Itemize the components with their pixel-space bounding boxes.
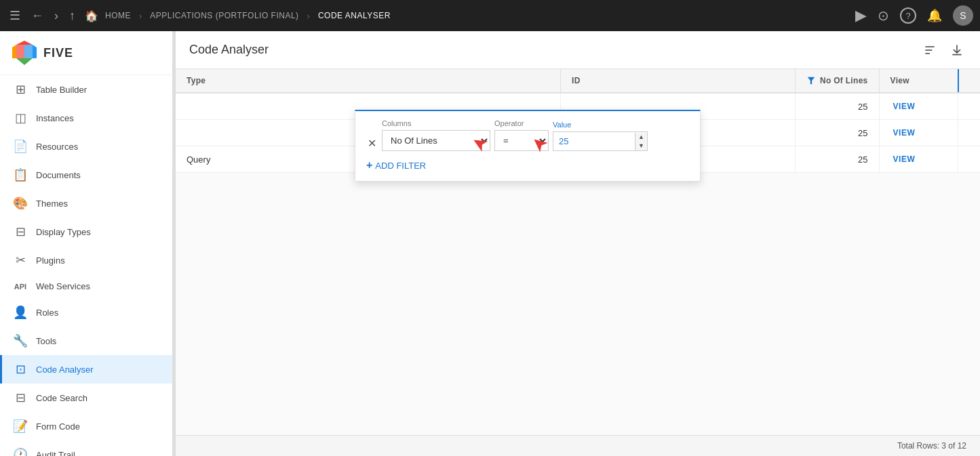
- form-code-icon: 📝: [13, 419, 28, 434]
- table-container[interactable]: Type ID No Of Lines: [176, 69, 980, 435]
- breadcrumb-home[interactable]: HOME: [105, 11, 131, 20]
- filter-operator-select[interactable]: = != > <: [494, 130, 549, 151]
- forward-icon[interactable]: ›: [52, 6, 61, 26]
- column-header-nolines[interactable]: No Of Lines: [795, 69, 879, 93]
- header-actions: [920, 41, 966, 60]
- sidebar-item-label: Display Types: [36, 227, 91, 237]
- cell-view-3: VIEW: [879, 146, 958, 173]
- cell-view-1: VIEW: [879, 93, 958, 120]
- sidebar-item-form-code[interactable]: 📝 Form Code: [0, 412, 172, 440]
- table-header-row: Type ID No Of Lines: [176, 69, 980, 93]
- code-analyser-icon: ⊡: [13, 362, 28, 377]
- filter-columns-select[interactable]: No Of Lines Type ID: [382, 130, 490, 151]
- sidebar-item-web-services[interactable]: API Web Services: [0, 274, 172, 298]
- sidebar-item-label: Documents: [36, 170, 81, 180]
- view-button-2[interactable]: VIEW: [890, 127, 918, 139]
- sidebar-item-label: Table Builder: [36, 85, 87, 95]
- separator-1: ›: [139, 11, 142, 21]
- filter-active-icon: [806, 76, 816, 85]
- sidebar-item-code-analyser[interactable]: ⊡ Code Analyser: [0, 355, 172, 384]
- cell-view-2: VIEW: [879, 120, 958, 146]
- sidebar-item-label: Instances: [36, 113, 74, 123]
- sidebar-item-code-search[interactable]: ⊟ Code Search: [0, 384, 172, 412]
- column-header-type[interactable]: Type: [176, 69, 561, 93]
- themes-icon: 🎨: [13, 196, 28, 211]
- back-icon[interactable]: ←: [28, 6, 46, 26]
- sidebar-item-instances[interactable]: ◫ Instances: [0, 104, 172, 132]
- sidebar-item-audit-trail[interactable]: 🕐 Audit Trail: [0, 440, 172, 456]
- filter-value-input[interactable]: [553, 132, 635, 150]
- avatar[interactable]: S: [953, 5, 973, 26]
- sidebar: FIVE ⊞ Table Builder ◫ Instances 📄 Resou…: [0, 31, 173, 456]
- sidebar-item-themes[interactable]: 🎨 Themes: [0, 189, 172, 217]
- main-layout: FIVE ⊞ Table Builder ◫ Instances 📄 Resou…: [0, 0, 980, 456]
- cell-nolines-2: 25: [795, 120, 879, 146]
- filter-columns-wrapper: Columns No Of Lines Type ID: [382, 119, 490, 151]
- up-icon[interactable]: ↑: [66, 6, 78, 26]
- sidebar-item-display-types[interactable]: ⊟ Display Types: [0, 217, 172, 246]
- resources-icon: 📄: [13, 139, 28, 154]
- column-header-marker: [958, 69, 981, 93]
- home-icon[interactable]: 🏠: [85, 9, 98, 22]
- operator-label: Operator: [494, 119, 549, 127]
- code-search-icon: ⊟: [13, 390, 28, 405]
- svg-marker-6: [24, 45, 33, 58]
- add-filter-label: ADD FILTER: [375, 161, 426, 171]
- web-services-icon: API: [13, 283, 28, 291]
- add-filter-button[interactable]: + ADD FILTER: [366, 158, 426, 173]
- plus-icon: +: [366, 159, 372, 171]
- bell-icon[interactable]: 🔔: [927, 8, 942, 23]
- help-icon[interactable]: ?: [900, 7, 916, 24]
- filter-operator-wrapper: Operator = != > <: [494, 119, 549, 151]
- sidebar-item-label: Tools: [36, 336, 56, 346]
- page-header: Code Analyser: [176, 31, 980, 69]
- sidebar-item-documents[interactable]: 📋 Documents: [0, 161, 172, 189]
- add-filter-wrapper: + ADD FILTER: [366, 158, 689, 173]
- sidebar-item-tools[interactable]: 🔧 Tools: [0, 327, 172, 355]
- breadcrumb-applications[interactable]: APPLICATIONS (PORTFOLIO FINAL): [150, 11, 298, 20]
- top-navigation: ☰ ← › ↑ 🏠 HOME › APPLICATIONS (PORTFOLIO…: [0, 0, 980, 31]
- filter-button[interactable]: [920, 41, 939, 60]
- sidebar-item-roles[interactable]: 👤 Roles: [0, 298, 172, 327]
- cell-nolines-3: 25: [795, 146, 879, 173]
- search-circle-icon[interactable]: ⊙: [878, 7, 889, 24]
- column-header-id[interactable]: ID: [561, 69, 796, 93]
- sidebar-item-table-builder[interactable]: ⊞ Table Builder: [0, 75, 172, 104]
- spinner-up[interactable]: ▲: [635, 133, 647, 142]
- plugins-icon: ✂: [13, 253, 28, 268]
- display-types-icon: ⊟: [13, 224, 28, 239]
- value-label: Value: [553, 121, 648, 129]
- filter-value-container: ▲ ▼: [553, 131, 648, 151]
- sidebar-item-resources[interactable]: 📄 Resources: [0, 132, 172, 161]
- sidebar-item-label: Plugins: [36, 255, 65, 266]
- view-button-1[interactable]: VIEW: [890, 100, 918, 112]
- sidebar-logo: FIVE: [0, 31, 172, 75]
- columns-label: Columns: [382, 119, 490, 127]
- spinner-down[interactable]: ▼: [635, 142, 647, 150]
- instances-icon: ◫: [13, 110, 28, 125]
- view-button-3[interactable]: VIEW: [890, 153, 918, 165]
- svg-marker-3: [33, 45, 37, 58]
- svg-marker-5: [16, 45, 24, 58]
- column-header-view[interactable]: View: [879, 69, 958, 93]
- download-button[interactable]: [947, 41, 966, 60]
- download-icon: [950, 43, 964, 57]
- play-icon[interactable]: ▶: [855, 7, 867, 24]
- sidebar-logo-text: FIVE: [43, 46, 73, 60]
- audit-trail-icon: 🕐: [13, 447, 28, 456]
- filter-dropdown: ✕ Columns No Of Lines Type ID Operator: [355, 110, 701, 182]
- sidebar-item-label: Roles: [36, 308, 58, 318]
- menu-icon[interactable]: ☰: [7, 5, 23, 26]
- cell-marker-1: [958, 93, 981, 120]
- top-nav-actions: ▶ ⊙ ? 🔔 S: [855, 5, 973, 26]
- sidebar-item-label: Form Code: [36, 421, 80, 432]
- filter-close-button[interactable]: ✕: [366, 136, 378, 151]
- sidebar-item-label: Audit Trail: [36, 450, 75, 457]
- cell-nolines-1: 25: [795, 93, 879, 120]
- svg-marker-16: [808, 77, 815, 85]
- five-logo-svg: [11, 39, 38, 66]
- sidebar-item-plugins[interactable]: ✂ Plugins: [0, 246, 172, 274]
- page-title: Code Analyser: [189, 43, 920, 57]
- sidebar-item-label: Resources: [36, 142, 78, 152]
- breadcrumb-code-analyser[interactable]: CODE ANALYSER: [318, 11, 391, 20]
